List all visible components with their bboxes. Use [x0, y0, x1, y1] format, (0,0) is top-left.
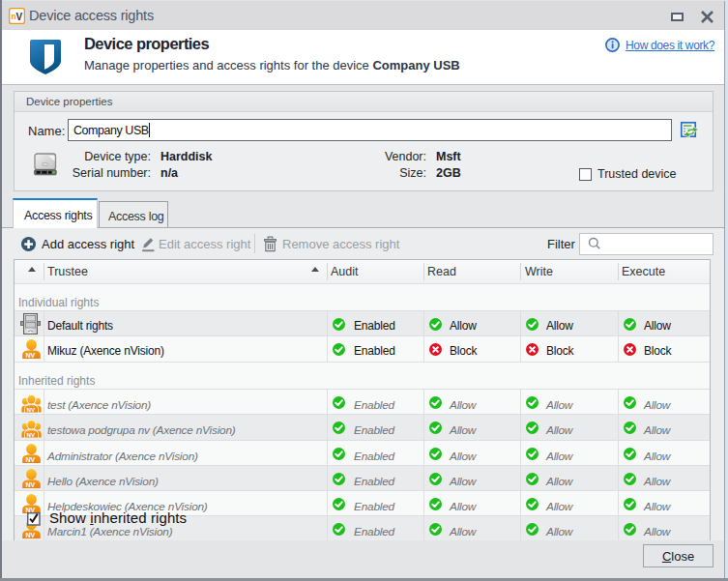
svg-text:V: V [16, 12, 23, 22]
svg-text:NV: NV [25, 481, 35, 488]
svg-text:NV: NV [27, 431, 36, 438]
svg-text:NV: NV [27, 406, 36, 413]
svg-text:NV: NV [25, 456, 35, 463]
svg-text:NV: NV [25, 532, 35, 538]
svg-text:NV: NV [25, 352, 35, 359]
